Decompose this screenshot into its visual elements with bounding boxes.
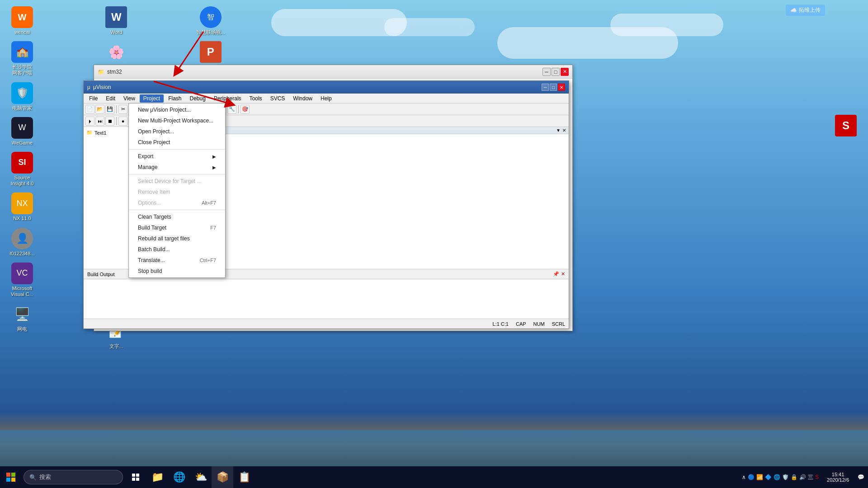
menu-project[interactable]: Project <box>140 94 164 103</box>
tab-close[interactable]: ✕ <box>562 128 566 133</box>
uv-maximize-btn[interactable]: □ <box>550 84 557 91</box>
uv-close-btn[interactable]: ✕ <box>558 84 565 91</box>
menu-view[interactable]: View <box>120 94 139 103</box>
taskbar-explorer[interactable]: 📁 <box>146 466 168 488</box>
uvision-statusbar: L:1 C:1 CAP NUM SCRL <box>84 319 569 328</box>
tb-target[interactable]: 🎯 <box>241 105 250 114</box>
folder-icon-small: 📁 <box>98 69 104 75</box>
taskbar-greenicon[interactable]: 📋 <box>233 466 255 488</box>
desktop-icon-campus[interactable]: 🏫 长沙学院网客户端 <box>5 39 40 78</box>
menu-help[interactable]: Help <box>317 94 335 103</box>
desktop-icon-zhihui[interactable]: 智 智慧联场视... <box>193 5 228 37</box>
open-project-label: Open Project... <box>138 128 174 135</box>
minimize-btn[interactable]: ─ <box>542 68 551 76</box>
desktop-icon-diannaojia[interactable]: 🛡️ 电脑管家 <box>5 80 40 113</box>
task-view-btn[interactable] <box>125 466 146 488</box>
menu-tools[interactable]: Tools <box>246 94 266 103</box>
build-output-content[interactable] <box>84 279 569 319</box>
desktop-icon-t0122[interactable]: 👤 t0122348... <box>5 226 40 258</box>
taskbar: 🔍 搜索 📁 🌐 ⛅ 📦 📋 <box>0 466 868 488</box>
visualc-label: MicrosoftVisual C... <box>11 286 33 297</box>
search-icon: 🔍 <box>29 474 37 481</box>
tb-open[interactable]: 📂 <box>95 105 104 114</box>
desktop-icon-sourceinsight[interactable]: SI SourceInsight 4.0 <box>5 150 40 188</box>
sep-3 <box>129 210 225 210</box>
notification-btn[interactable]: 💬 <box>854 466 868 488</box>
start-button[interactable] <box>0 466 22 488</box>
tb-cut[interactable]: ✂ <box>118 105 127 114</box>
menu-peripherals[interactable]: Peripherals <box>210 94 245 103</box>
desktop-icon-nx11[interactable]: NX NX 11.0 <box>5 191 40 223</box>
uv-minimize-btn[interactable]: ─ <box>542 84 549 91</box>
pc-icon: 🖥️ <box>11 303 33 325</box>
tb2-bp[interactable]: ● <box>118 117 127 126</box>
desktop-icon-visualc[interactable]: VC MicrosoftVisual C... <box>5 261 40 299</box>
menu-close-project[interactable]: Close Project <box>129 137 225 148</box>
editor-tab-controls[interactable]: ▼ ✕ <box>556 128 566 133</box>
tb2-step[interactable]: ⏭ <box>95 117 104 126</box>
menu-debug[interactable]: Debug <box>186 94 209 103</box>
build-output-controls[interactable]: 📌 ✕ <box>553 271 565 277</box>
menu-edit[interactable]: Edit <box>102 94 119 103</box>
taskbar-baidu[interactable]: ⛅ <box>190 466 212 488</box>
taskbar-search-bar[interactable]: 🔍 搜索 <box>24 470 123 484</box>
menu-flash[interactable]: Flash <box>165 94 185 103</box>
menu-translate[interactable]: Translate... Ctrl+F7 <box>129 255 225 266</box>
edge-taskbar-icon: 🌐 <box>173 471 185 483</box>
pc-label: 网电 <box>17 326 27 332</box>
tb-new[interactable]: 📄 <box>85 105 94 114</box>
menu-svcs[interactable]: SVCS <box>267 94 289 103</box>
taskbar-edge[interactable]: 🌐 <box>168 466 190 488</box>
sidebar-item-text1: Text1 <box>94 130 106 136</box>
uvision-menubar: File Edit View Project Flash Debug Perip… <box>84 94 569 103</box>
status-position: L:1 C:1 <box>493 321 509 327</box>
build-output-pin[interactable]: 📌 <box>553 271 559 277</box>
taskbar-right: ∧ 🔵 📶 🔷 🌐 🛡️ 🔒 🔊 三 S 15:41 2020/12/6 💬 <box>738 466 868 488</box>
menu-new-multi-workspace[interactable]: New Multi-Project Workspace... <box>129 115 225 126</box>
topright-upload-btn[interactable]: ☁️ 拓维上传 <box>786 5 825 16</box>
menu-export[interactable]: Export ▶ <box>129 151 225 162</box>
s-desktop-icon[interactable]: S <box>828 113 863 138</box>
menu-rebuild-all[interactable]: Rebuild all target files <box>129 233 225 244</box>
chevron-up-icon[interactable]: ∧ <box>742 474 746 480</box>
uvision-title-controls[interactable]: ─ □ ✕ <box>542 84 565 91</box>
menu-stop-build[interactable]: Stop build <box>129 266 225 277</box>
menu-open-project[interactable]: Open Project... <box>129 126 225 137</box>
s-icon: S <box>835 115 857 136</box>
tb2-debug[interactable]: ⏵ <box>85 117 94 126</box>
tab-dropdown[interactable]: ▼ <box>556 128 561 133</box>
menu-new-uvision-project[interactable]: New μVision Project... <box>129 104 225 115</box>
clean-targets-label: Clean Targets <box>138 214 171 220</box>
tb-save[interactable]: 💾 <box>105 105 114 114</box>
tray-bluetooth: 🔷 <box>765 474 772 480</box>
menu-batch-build[interactable]: Batch Build... <box>129 244 225 255</box>
desktop-icon-word[interactable]: W Word <box>99 5 134 37</box>
sidebar-text1[interactable]: 📁 Text1 <box>85 129 129 136</box>
titlebar-controls[interactable]: ─ □ ✕ <box>542 68 569 76</box>
taskbar-clock[interactable]: 15:41 2020/12/6 <box>822 466 854 488</box>
menu-window[interactable]: Window <box>289 94 316 103</box>
close-btn[interactable]: ✕ <box>561 68 569 76</box>
export-arrow: ▶ <box>212 154 216 159</box>
menu-manage[interactable]: Manage ▶ <box>129 162 225 173</box>
tray-icon2: 📶 <box>756 474 763 480</box>
tb-settings[interactable]: 🔧 <box>227 105 236 114</box>
menu-file[interactable]: File <box>85 94 101 103</box>
wencai-icon: W <box>11 6 33 28</box>
desktop-icon-pc[interactable]: 🖥️ 网电 <box>5 301 40 334</box>
desktop-icon-wencai[interactable]: W wencai <box>5 5 40 37</box>
build-output-label: Build Output <box>87 272 115 277</box>
menu-build-target[interactable]: Build Target F7 <box>129 222 225 233</box>
maximize-btn[interactable]: □ <box>552 68 560 76</box>
desktop-icon-wegame[interactable]: W WeGame <box>5 115 40 148</box>
menu-remove-item: Remove Item <box>129 187 225 197</box>
sourceinsight-icon: SI <box>11 152 33 174</box>
tb2-stop[interactable]: ⏹ <box>105 117 114 126</box>
search-placeholder: 搜索 <box>39 473 51 481</box>
menu-clean-targets[interactable]: Clean Targets <box>129 211 225 222</box>
uvision-titlebar: μ μVision ─ □ ✕ <box>84 81 569 94</box>
campus-label: 长沙学院网客户端 <box>12 64 32 76</box>
svg-rect-6 <box>132 474 135 477</box>
taskbar-package[interactable]: 📦 <box>212 466 233 488</box>
build-output-close[interactable]: ✕ <box>561 271 565 277</box>
